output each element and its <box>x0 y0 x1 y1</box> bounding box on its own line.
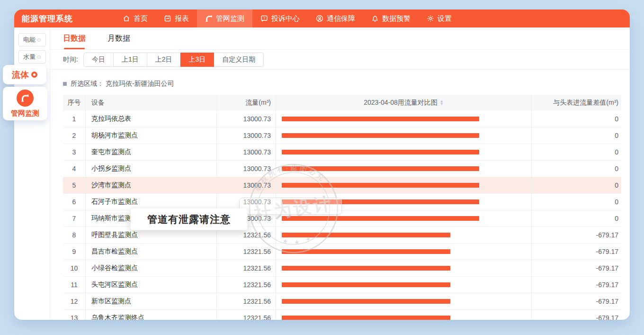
cell-flow: 12321.56 <box>217 244 276 260</box>
flow-bar <box>282 166 479 171</box>
cell-device: 石河子市监测点 <box>86 194 217 210</box>
time-option-4[interactable]: 自定义日期 <box>214 53 264 67</box>
cell-flow-bar <box>276 260 532 276</box>
table-row[interactable]: 13乌鲁木齐监测终点12321.56-679.17 <box>63 310 621 320</box>
bar-track <box>282 150 531 154</box>
nav-item-pipe[interactable]: 管网监测 <box>197 9 252 27</box>
cell-flow-bar <box>276 161 532 177</box>
nav-item-complaint[interactable]: ?投诉中心 <box>252 9 308 27</box>
bar-track <box>282 299 531 304</box>
bar-track <box>282 249 531 254</box>
report-icon <box>164 15 171 22</box>
device-table: 序号 设备 流量(m³) 2023-04-08用流量对比图 ▲▼ 与头表进流量差… <box>63 95 621 320</box>
cell-flow: 13000.73 <box>217 177 276 193</box>
cell-flow-bar <box>276 227 532 243</box>
nav-menu: 首页报表管网监测?投诉中心通信保障数据预警设置 <box>115 9 460 27</box>
table-row[interactable]: 5沙湾市监测点13000.730 <box>63 177 621 194</box>
cell-diff: 0 <box>532 210 621 226</box>
time-option-3[interactable]: 上3日 <box>180 53 214 67</box>
time-option-2[interactable]: 上2日 <box>147 53 181 67</box>
cell-device: 小绿谷检监测点 <box>86 260 217 276</box>
window-body: 电能水量 日数据月数据 时间: 今日上1日上2日上3日自定义日期 所选区域： 克… <box>14 27 630 320</box>
bar-track <box>282 183 531 188</box>
bar-track <box>282 216 531 221</box>
data-tabs: 日数据月数据 <box>50 27 630 50</box>
tab-monthly-data[interactable]: 月数据 <box>107 34 130 49</box>
table-header-row: 序号 设备 流量(m³) 2023-04-08用流量对比图 ▲▼ 与头表进流量差… <box>63 95 621 111</box>
sidebar-toggle-水量[interactable]: 水量 <box>18 50 46 63</box>
nav-item-gear[interactable]: 设置 <box>419 9 460 27</box>
region-prefix: 所选区域： <box>71 80 104 87</box>
cell-flow-bar <box>276 127 532 144</box>
cell-flow-bar <box>276 177 532 193</box>
region-bullet-icon <box>63 82 67 86</box>
sidebar-toggle-电能[interactable]: 电能 <box>18 33 46 46</box>
cell-device: 小拐乡监测点 <box>86 161 217 177</box>
bar-track <box>282 233 531 237</box>
cell-flow: 12321.56 <box>217 293 276 309</box>
table-row[interactable]: 9昌吉市检监测点12321.56-679.17 <box>63 244 621 260</box>
cell-device: 头屯河区监测点 <box>86 277 217 293</box>
cell-flow: 12321.56 <box>217 277 276 293</box>
nav-item-label: 报表 <box>175 14 189 23</box>
cell-no: 7 <box>63 210 86 226</box>
cell-no: 3 <box>63 144 86 160</box>
flow-bar <box>282 282 450 287</box>
cell-diff: 0 <box>532 111 621 127</box>
nav-item-home[interactable]: 首页 <box>115 9 156 27</box>
cell-device: 昌吉市检监测点 <box>86 244 217 260</box>
cell-diff: 0 <box>532 161 621 177</box>
cell-no: 2 <box>63 127 86 144</box>
nav-item-comm[interactable]: 通信保障 <box>308 9 363 27</box>
cell-device: 乌鲁木齐监测终点 <box>86 310 217 320</box>
nav-item-label: 管网监测 <box>216 14 244 23</box>
time-option-1[interactable]: 上1日 <box>114 53 147 67</box>
home-icon <box>123 15 130 22</box>
cell-flow-bar <box>276 277 532 293</box>
time-option-0[interactable]: 今日 <box>83 53 114 67</box>
region-label: 所选区域： 克拉玛依-新疆油田公司 <box>71 80 174 88</box>
flow-bar <box>282 117 479 121</box>
cell-diff: -679.17 <box>532 244 621 260</box>
table-row[interactable]: 11头屯河区监测点12321.56-679.17 <box>63 277 621 293</box>
cell-diff: -679.17 <box>532 277 621 293</box>
header-chart-label: 2023-04-08用流量对比图 <box>364 99 438 107</box>
table-row[interactable]: 4小拐乡监测点13000.730 <box>63 161 621 177</box>
nav-item-bell[interactable]: 数据预警 <box>363 9 419 27</box>
cell-diff: -679.17 <box>532 227 621 243</box>
flow-bar <box>282 150 479 154</box>
cell-flow: 12321.56 <box>217 310 276 320</box>
table-row[interactable]: 2胡杨河市监测点13000.730 <box>63 127 621 144</box>
cell-no: 4 <box>63 161 86 177</box>
flow-bar <box>282 183 479 188</box>
header-device: 设备 <box>86 95 217 111</box>
app-window: 能源管理系统 首页报表管网监测?投诉中心通信保障数据预警设置 电能水量 日数据月… <box>14 9 630 320</box>
table-row[interactable]: 10小绿谷检监测点12321.56-679.17 <box>63 260 621 277</box>
pipe-icon <box>205 15 213 22</box>
sidebar-toggle-label: 水量 <box>23 53 36 61</box>
bar-track <box>282 117 531 121</box>
cell-flow-bar <box>276 111 532 127</box>
time-filter-row: 时间: 今日上1日上2日上3日自定义日期 <box>50 50 630 70</box>
flow-bar <box>282 216 479 221</box>
sidebar-item-pipe-monitoring[interactable]: 管网监测 <box>3 87 47 120</box>
sidebar-item-fluid[interactable]: 流体 <box>3 65 46 84</box>
table-row[interactable]: 12新市区监测点12321.56-679.17 <box>63 293 621 310</box>
fluid-radio-icon <box>31 72 37 78</box>
main-content: 日数据月数据 时间: 今日上1日上2日上3日自定义日期 所选区域： 克拉玛依-新… <box>50 27 630 320</box>
cell-diff: 0 <box>532 144 621 160</box>
tab-daily-data[interactable]: 日数据 <box>63 34 86 49</box>
sort-icon[interactable]: ▲▼ <box>440 100 444 106</box>
table-row[interactable]: 3奎屯市监测点13000.730 <box>63 144 621 161</box>
app-stage: 能源管理系统 首页报表管网监测?投诉中心通信保障数据预警设置 电能水量 日数据月… <box>0 0 644 335</box>
table-row[interactable]: 1克拉玛依总表13000.730 <box>63 111 621 127</box>
cell-flow: 13000.73 <box>217 127 276 144</box>
cell-no: 10 <box>63 260 86 276</box>
cell-flow-bar <box>276 244 532 260</box>
cell-diff: 0 <box>532 127 621 144</box>
cell-no: 5 <box>63 177 86 193</box>
nav-item-report[interactable]: 报表 <box>156 9 197 27</box>
bar-track <box>282 133 531 138</box>
fluid-label: 流体 <box>12 69 29 81</box>
nav-item-label: 投诉中心 <box>271 14 300 23</box>
